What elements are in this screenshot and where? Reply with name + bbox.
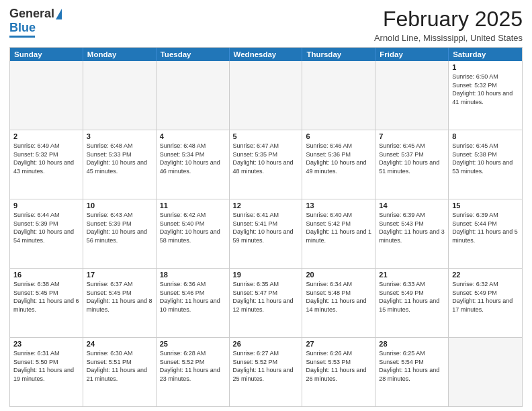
header-wednesday: Wednesday — [230, 48, 303, 61]
day-cell-4-3: 26Sunrise: 6:27 AM Sunset: 5:52 PM Dayli… — [230, 338, 303, 406]
day-cell-1-2: 4Sunrise: 6:48 AM Sunset: 5:34 PM Daylig… — [157, 130, 230, 199]
location: Arnold Line, Mississippi, United States — [374, 33, 523, 43]
day-info: Sunrise: 6:25 AM Sunset: 5:54 PM Dayligh… — [379, 349, 445, 383]
day-cell-1-3: 5Sunrise: 6:47 AM Sunset: 5:35 PM Daylig… — [230, 130, 303, 199]
day-info: Sunrise: 6:28 AM Sunset: 5:52 PM Dayligh… — [160, 349, 226, 383]
day-info: Sunrise: 6:41 AM Sunset: 5:41 PM Dayligh… — [233, 211, 299, 244]
logo-triangle-icon — [56, 9, 62, 19]
day-cell-1-6: 8Sunrise: 6:45 AM Sunset: 5:38 PM Daylig… — [449, 130, 522, 199]
week-row-2: 9Sunrise: 6:44 AM Sunset: 5:39 PM Daylig… — [10, 199, 522, 268]
header-tuesday: Tuesday — [157, 48, 230, 61]
day-info: Sunrise: 6:35 AM Sunset: 5:47 PM Dayligh… — [233, 280, 299, 314]
logo-underline — [9, 36, 35, 38]
day-info: Sunrise: 6:44 AM Sunset: 5:39 PM Dayligh… — [13, 211, 79, 244]
day-cell-2-5: 14Sunrise: 6:39 AM Sunset: 5:43 PM Dayli… — [375, 199, 449, 268]
day-info: Sunrise: 6:49 AM Sunset: 5:32 PM Dayligh… — [13, 142, 79, 175]
day-info: Sunrise: 6:37 AM Sunset: 5:45 PM Dayligh… — [87, 280, 152, 314]
day-info: Sunrise: 6:38 AM Sunset: 5:45 PM Dayligh… — [13, 280, 79, 314]
day-number: 1 — [452, 63, 519, 71]
day-info: Sunrise: 6:39 AM Sunset: 5:43 PM Dayligh… — [379, 211, 445, 244]
day-number: 24 — [87, 340, 152, 348]
day-cell-2-6: 15Sunrise: 6:39 AM Sunset: 5:44 PM Dayli… — [449, 199, 522, 268]
day-cell-0-2 — [157, 61, 230, 130]
day-number: 23 — [13, 340, 79, 348]
day-cell-4-1: 24Sunrise: 6:30 AM Sunset: 5:51 PM Dayli… — [83, 338, 157, 406]
day-number: 10 — [87, 201, 152, 210]
day-number: 12 — [233, 201, 299, 210]
day-cell-0-3 — [230, 61, 303, 130]
calendar-header: Sunday Monday Tuesday Wednesday Thursday… — [10, 48, 522, 61]
month-title: February 2025 — [374, 7, 523, 32]
day-info: Sunrise: 6:42 AM Sunset: 5:40 PM Dayligh… — [160, 211, 226, 244]
calendar-body: 1Sunrise: 6:50 AM Sunset: 5:32 PM Daylig… — [10, 61, 522, 406]
day-info: Sunrise: 6:48 AM Sunset: 5:34 PM Dayligh… — [160, 142, 226, 175]
day-cell-4-0: 23Sunrise: 6:31 AM Sunset: 5:50 PM Dayli… — [10, 338, 83, 406]
header-thursday: Thursday — [302, 48, 375, 61]
day-number: 25 — [160, 340, 226, 348]
day-cell-0-5 — [375, 61, 449, 130]
logo-general: General — [9, 7, 54, 21]
day-number: 20 — [306, 271, 371, 279]
day-cell-1-5: 7Sunrise: 6:45 AM Sunset: 5:37 PM Daylig… — [375, 130, 449, 199]
week-row-3: 16Sunrise: 6:38 AM Sunset: 5:45 PM Dayli… — [10, 268, 522, 337]
day-cell-1-4: 6Sunrise: 6:46 AM Sunset: 5:36 PM Daylig… — [302, 130, 375, 199]
day-info: Sunrise: 6:47 AM Sunset: 5:35 PM Dayligh… — [233, 142, 299, 175]
day-info: Sunrise: 6:27 AM Sunset: 5:52 PM Dayligh… — [233, 349, 299, 383]
day-info: Sunrise: 6:50 AM Sunset: 5:32 PM Dayligh… — [452, 73, 519, 106]
day-info: Sunrise: 6:31 AM Sunset: 5:50 PM Dayligh… — [13, 349, 79, 383]
day-cell-4-5: 28Sunrise: 6:25 AM Sunset: 5:54 PM Dayli… — [375, 338, 449, 406]
day-number: 18 — [160, 271, 226, 279]
day-cell-3-4: 20Sunrise: 6:34 AM Sunset: 5:48 PM Dayli… — [302, 269, 375, 337]
day-cell-0-0 — [10, 61, 83, 130]
page: General Blue February 2025 Arnold Line, … — [0, 0, 532, 411]
day-number: 15 — [452, 201, 519, 210]
day-cell-3-0: 16Sunrise: 6:38 AM Sunset: 5:45 PM Dayli… — [10, 269, 83, 337]
logo: General Blue — [9, 7, 62, 38]
day-number: 22 — [452, 271, 519, 279]
day-cell-0-4 — [302, 61, 375, 130]
day-info: Sunrise: 6:48 AM Sunset: 5:33 PM Dayligh… — [87, 142, 152, 175]
day-cell-2-0: 9Sunrise: 6:44 AM Sunset: 5:39 PM Daylig… — [10, 199, 83, 268]
day-number: 21 — [379, 271, 445, 279]
day-cell-4-6 — [449, 338, 522, 406]
header-sunday: Sunday — [10, 48, 83, 61]
day-number: 2 — [13, 132, 79, 140]
day-number: 13 — [306, 201, 371, 210]
title-block: February 2025 Arnold Line, Mississippi, … — [374, 7, 523, 43]
day-number: 27 — [306, 340, 371, 348]
day-cell-2-4: 13Sunrise: 6:40 AM Sunset: 5:42 PM Dayli… — [302, 199, 375, 268]
day-cell-1-1: 3Sunrise: 6:48 AM Sunset: 5:33 PM Daylig… — [83, 130, 157, 199]
day-number: 28 — [379, 340, 445, 348]
day-cell-2-2: 11Sunrise: 6:42 AM Sunset: 5:40 PM Dayli… — [157, 199, 230, 268]
day-info: Sunrise: 6:33 AM Sunset: 5:49 PM Dayligh… — [379, 280, 445, 314]
day-info: Sunrise: 6:46 AM Sunset: 5:36 PM Dayligh… — [306, 142, 371, 175]
day-cell-4-2: 25Sunrise: 6:28 AM Sunset: 5:52 PM Dayli… — [157, 338, 230, 406]
day-cell-3-5: 21Sunrise: 6:33 AM Sunset: 5:49 PM Dayli… — [375, 269, 449, 337]
day-info: Sunrise: 6:36 AM Sunset: 5:46 PM Dayligh… — [160, 280, 226, 314]
logo-blue: Blue — [9, 21, 36, 35]
day-number: 5 — [233, 132, 299, 140]
day-number: 6 — [306, 132, 371, 140]
day-info: Sunrise: 6:45 AM Sunset: 5:37 PM Dayligh… — [379, 142, 445, 175]
day-info: Sunrise: 6:43 AM Sunset: 5:39 PM Dayligh… — [87, 211, 152, 244]
day-cell-0-6: 1Sunrise: 6:50 AM Sunset: 5:32 PM Daylig… — [449, 61, 522, 130]
day-info: Sunrise: 6:45 AM Sunset: 5:38 PM Dayligh… — [452, 142, 519, 175]
day-info: Sunrise: 6:34 AM Sunset: 5:48 PM Dayligh… — [306, 280, 371, 314]
day-cell-0-1 — [83, 61, 157, 130]
day-cell-3-6: 22Sunrise: 6:32 AM Sunset: 5:49 PM Dayli… — [449, 269, 522, 337]
day-cell-1-0: 2Sunrise: 6:49 AM Sunset: 5:32 PM Daylig… — [10, 130, 83, 199]
day-info: Sunrise: 6:26 AM Sunset: 5:53 PM Dayligh… — [306, 349, 371, 383]
header-monday: Monday — [83, 48, 157, 61]
header-saturday: Saturday — [449, 48, 522, 61]
header-friday: Friday — [375, 48, 449, 61]
day-number: 11 — [160, 201, 226, 210]
day-number: 9 — [13, 201, 79, 210]
day-number: 8 — [452, 132, 519, 140]
day-cell-3-2: 18Sunrise: 6:36 AM Sunset: 5:46 PM Dayli… — [157, 269, 230, 337]
day-cell-2-3: 12Sunrise: 6:41 AM Sunset: 5:41 PM Dayli… — [230, 199, 303, 268]
day-number: 19 — [233, 271, 299, 279]
day-number: 4 — [160, 132, 226, 140]
day-number: 17 — [87, 271, 152, 279]
day-cell-3-1: 17Sunrise: 6:37 AM Sunset: 5:45 PM Dayli… — [83, 269, 157, 337]
day-info: Sunrise: 6:32 AM Sunset: 5:49 PM Dayligh… — [452, 280, 519, 314]
